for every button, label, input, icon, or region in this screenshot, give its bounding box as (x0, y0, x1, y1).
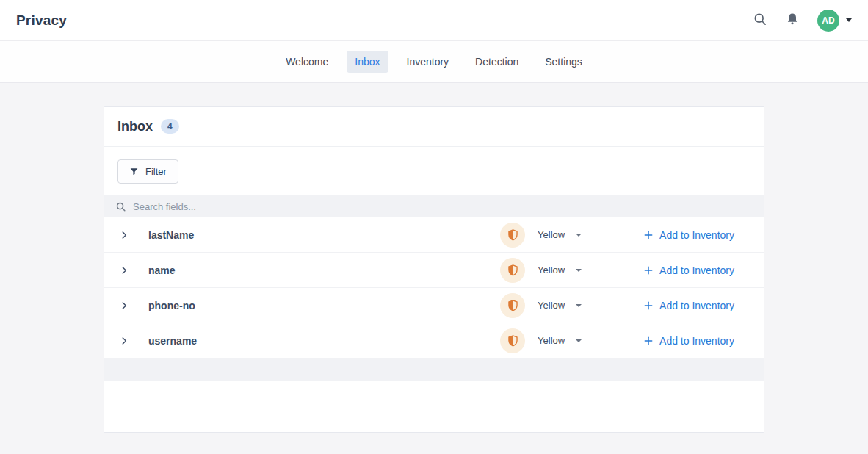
classification-value: Yellow (538, 300, 565, 311)
field-name: phone-no (148, 300, 500, 311)
filter-label: Filter (145, 166, 167, 177)
expand-row-button[interactable] (119, 336, 129, 346)
filter-button[interactable]: Filter (117, 159, 178, 184)
tab-detection[interactable]: Detection (467, 51, 527, 73)
classification-badge (500, 328, 525, 353)
expand-row-button[interactable] (119, 230, 129, 240)
top-bar-actions: AD (753, 10, 852, 32)
table-row: phone-no Yellow Add to Inventory (104, 288, 764, 323)
search-button[interactable] (753, 12, 767, 29)
tab-settings[interactable]: Settings (537, 51, 590, 73)
shield-half-icon (507, 300, 518, 311)
card-header: Inbox 4 (104, 107, 764, 147)
chevron-right-icon (119, 265, 129, 275)
field-name: lastName (148, 229, 500, 241)
inbox-card: Inbox 4 Filter (104, 106, 764, 433)
classification-badge (500, 258, 525, 283)
shield-half-icon (507, 264, 518, 276)
classification-badge (500, 223, 525, 248)
tab-welcome[interactable]: Welcome (278, 51, 336, 73)
classification-dropdown[interactable]: Yellow (538, 335, 582, 346)
classification-value: Yellow (538, 229, 565, 240)
notifications-button[interactable] (785, 12, 800, 29)
search-fields-input[interactable] (133, 201, 753, 212)
expand-row-button[interactable] (119, 300, 129, 311)
plus-icon (643, 336, 654, 346)
caret-down-icon (576, 234, 582, 237)
count-badge: 4 (161, 119, 179, 134)
add-to-inventory-label: Add to Inventory (659, 264, 734, 276)
expand-row-button[interactable] (119, 265, 129, 275)
classification-badge (500, 293, 525, 318)
tab-inbox[interactable]: Inbox (347, 51, 388, 73)
shield-half-icon (507, 335, 518, 347)
search-bar (104, 195, 764, 217)
search-icon (753, 12, 767, 29)
top-bar: Privacy AD (0, 0, 868, 41)
nav-tabs: WelcomeInboxInventoryDetectionSettings (272, 51, 596, 73)
filter-bar: Filter (104, 147, 764, 195)
app-title: Privacy (16, 12, 67, 29)
search-icon (115, 201, 126, 212)
main-content: Inbox 4 Filter (0, 83, 868, 433)
add-to-inventory-label: Add to Inventory (659, 229, 734, 241)
classification-dropdown[interactable]: Yellow (538, 300, 582, 311)
bell-icon (785, 12, 800, 29)
table-row: lastName Yellow Add to Inventory (104, 217, 764, 253)
card-title: Inbox (117, 119, 153, 134)
classification-value: Yellow (538, 264, 565, 275)
plus-icon (643, 300, 654, 311)
classification-dropdown[interactable]: Yellow (538, 264, 582, 275)
card-empty-area (104, 381, 764, 432)
field-name: name (148, 264, 500, 276)
main-nav: WelcomeInboxInventoryDetectionSettings (0, 41, 868, 83)
caret-down-icon (576, 269, 582, 272)
avatar[interactable]: AD (817, 10, 839, 32)
tab-inventory[interactable]: Inventory (399, 51, 457, 73)
table-row: username Yellow Add to Inventory (104, 323, 764, 358)
add-to-inventory-button[interactable]: Add to Inventory (643, 229, 734, 241)
chevron-right-icon (119, 300, 129, 311)
chevron-right-icon (119, 230, 129, 240)
field-name: username (148, 335, 500, 347)
add-to-inventory-button[interactable]: Add to Inventory (643, 300, 734, 311)
plus-icon (643, 230, 654, 240)
field-list: lastName Yellow Add to Inventory (104, 217, 764, 358)
caret-down-icon (576, 339, 582, 342)
add-to-inventory-button[interactable]: Add to Inventory (643, 335, 734, 347)
add-to-inventory-label: Add to Inventory (659, 335, 734, 347)
shield-half-icon (507, 229, 518, 241)
classification-dropdown[interactable]: Yellow (538, 229, 582, 240)
caret-down-icon (846, 18, 852, 22)
chevron-right-icon (119, 336, 129, 346)
plus-icon (643, 265, 654, 275)
user-menu[interactable]: AD (817, 10, 852, 32)
funnel-icon (129, 167, 139, 176)
classification-value: Yellow (538, 335, 565, 346)
list-footer (104, 358, 764, 381)
add-to-inventory-button[interactable]: Add to Inventory (643, 264, 734, 276)
add-to-inventory-label: Add to Inventory (659, 300, 734, 311)
caret-down-icon (576, 304, 582, 307)
table-row: name Yellow Add to Inventory (104, 253, 764, 288)
